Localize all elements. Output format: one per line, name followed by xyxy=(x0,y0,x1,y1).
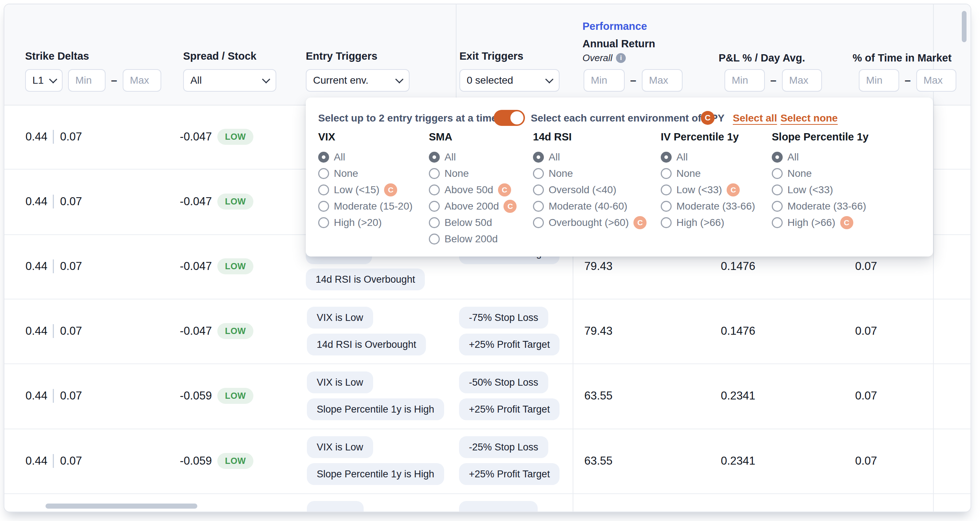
pnl-min-input[interactable] xyxy=(724,69,765,92)
exit-triggers-select[interactable]: 0 selected xyxy=(460,69,560,92)
group-title: VIX xyxy=(318,131,412,143)
radio-icon[interactable] xyxy=(533,201,544,212)
entry-trigger-chip: 14d RSI is Overbought xyxy=(307,334,426,356)
entry-triggers-label: Entry Triggers xyxy=(306,50,377,62)
radio-option[interactable]: None xyxy=(533,165,646,181)
strike-max-input[interactable] xyxy=(123,69,161,92)
radio-icon[interactable] xyxy=(429,168,440,179)
annual-max-input[interactable] xyxy=(642,69,682,92)
radio-option[interactable]: Moderate (33-66) xyxy=(772,198,869,214)
option-label: None xyxy=(334,168,358,179)
annual-min-input[interactable] xyxy=(584,69,625,92)
vertical-scrollbar[interactable] xyxy=(962,11,967,42)
radio-option[interactable]: Low (<33) xyxy=(772,181,869,198)
radio-option[interactable]: Below 50d xyxy=(429,214,517,231)
radio-icon[interactable] xyxy=(429,217,440,228)
spread-value: -0.059 xyxy=(161,454,212,467)
radio-icon[interactable] xyxy=(429,233,440,245)
option-label: Oversold (<40) xyxy=(549,184,616,196)
risk-badge: LOW xyxy=(217,323,253,339)
annual-return-value: 63.55 xyxy=(584,389,612,402)
environment-toggle[interactable] xyxy=(494,110,525,126)
exit-triggers-value: 0 selected xyxy=(467,75,513,86)
time-in-market-label: % of Time in Market xyxy=(853,52,951,64)
radio-option[interactable]: All xyxy=(661,149,755,165)
radio-icon[interactable] xyxy=(533,217,544,228)
trigger-group-vix: VIX All None Low (<15)C Moderate (15-20)… xyxy=(318,131,412,231)
entry-trigger-chip: VIX is Low xyxy=(307,307,373,329)
radio-option[interactable]: Low (<15)C xyxy=(318,181,412,198)
radio-option[interactable]: None xyxy=(772,165,869,181)
radio-icon[interactable] xyxy=(772,152,783,163)
radio-option[interactable]: Above 50dC xyxy=(429,181,517,198)
exit-trigger-chip: +25% Profit Target xyxy=(459,399,560,420)
time-max-input[interactable] xyxy=(916,69,956,92)
radio-option[interactable]: Above 200dC xyxy=(429,198,517,214)
option-label: All xyxy=(676,151,688,163)
radio-option[interactable]: All xyxy=(772,149,869,165)
radio-option[interactable]: None xyxy=(318,165,412,181)
radio-option[interactable]: Oversold (<40) xyxy=(533,181,646,198)
option-label: All xyxy=(788,151,799,163)
horizontal-scrollbar[interactable] xyxy=(46,504,197,508)
radio-icon[interactable] xyxy=(772,217,783,228)
radio-option[interactable]: High (>20) xyxy=(318,214,412,231)
strike-min-input[interactable] xyxy=(68,69,106,92)
spread-value: -0.047 xyxy=(161,260,212,273)
radio-icon[interactable] xyxy=(533,152,544,163)
radio-icon[interactable] xyxy=(533,184,544,195)
radio-icon[interactable] xyxy=(661,217,671,228)
time-min-input[interactable] xyxy=(859,69,899,92)
spread-value: -0.047 xyxy=(161,195,212,208)
radio-option[interactable]: None xyxy=(429,165,517,181)
radio-icon[interactable] xyxy=(772,184,783,195)
radio-option[interactable]: Moderate (40-60) xyxy=(533,198,646,214)
radio-icon[interactable] xyxy=(318,184,329,195)
radio-icon[interactable] xyxy=(429,201,440,212)
annual-return-value: 79.43 xyxy=(584,324,612,338)
pnl-max-input[interactable] xyxy=(782,69,822,92)
chevron-down-icon xyxy=(262,75,270,83)
radio-icon[interactable] xyxy=(318,168,329,179)
radio-icon[interactable] xyxy=(318,217,329,228)
radio-icon[interactable] xyxy=(533,168,544,179)
radio-option[interactable]: All xyxy=(318,149,412,165)
table-row-deltas: 0.44 0.07 xyxy=(25,259,82,273)
select-all-link[interactable]: Select all xyxy=(733,113,777,124)
radio-option[interactable]: None xyxy=(661,165,755,181)
radio-icon[interactable] xyxy=(772,168,783,179)
radio-icon[interactable] xyxy=(661,152,671,163)
risk-badge: LOW xyxy=(217,388,253,404)
radio-icon[interactable] xyxy=(318,152,329,163)
entry-trigger-chip: VIX is Low xyxy=(307,372,373,393)
select-none-link[interactable]: Select none xyxy=(781,113,838,124)
spread-stock-select[interactable]: All xyxy=(183,69,276,92)
screener-card: Strike Deltas Spread / Stock Entry Trigg… xyxy=(4,4,971,512)
delta-separator xyxy=(53,195,54,208)
radio-option[interactable]: Moderate (33-66) xyxy=(661,198,755,214)
info-icon[interactable]: i xyxy=(616,53,626,63)
radio-icon[interactable] xyxy=(772,201,783,212)
risk-badge: LOW xyxy=(217,129,253,145)
radio-icon[interactable] xyxy=(429,184,440,195)
spread-stock-value: All xyxy=(190,75,202,86)
trigger-group-sma: SMA All None Above 50dC Above 200dC Belo… xyxy=(429,131,517,247)
exit-trigger-chip: -25% Stop Loss xyxy=(459,436,548,458)
radio-icon[interactable] xyxy=(318,201,329,212)
radio-option[interactable]: Moderate (15-20) xyxy=(318,198,412,214)
delta-long: 0.44 xyxy=(25,130,46,143)
radio-option[interactable]: All xyxy=(429,149,517,165)
radio-option[interactable]: Overbought (>60)C xyxy=(533,214,646,231)
radio-icon[interactable] xyxy=(661,201,671,212)
strike-level-select[interactable]: L1 xyxy=(25,69,63,92)
radio-option[interactable]: High (>66)C xyxy=(772,214,869,231)
radio-icon[interactable] xyxy=(661,184,671,195)
entry-triggers-select[interactable]: Current env. xyxy=(306,69,410,92)
radio-option[interactable]: High (>66) xyxy=(661,214,755,231)
radio-icon[interactable] xyxy=(429,152,440,163)
radio-option[interactable]: Low (<33)C xyxy=(661,181,755,198)
radio-icon[interactable] xyxy=(661,168,671,179)
radio-option[interactable]: Below 200d xyxy=(429,231,517,247)
entry-trigger-chip: 14d RSI is Overbought xyxy=(306,268,425,290)
radio-option[interactable]: All xyxy=(533,149,646,165)
